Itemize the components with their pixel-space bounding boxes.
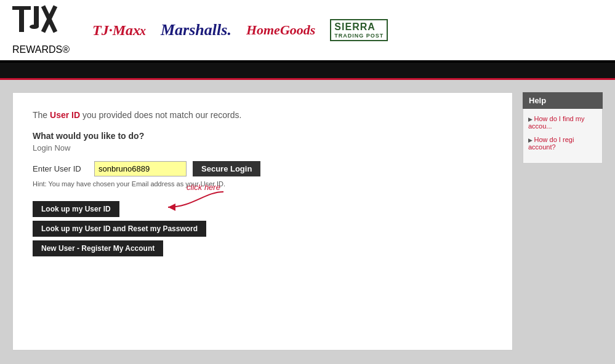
help-body: How do I find my accou... How do I regi … <box>523 109 603 164</box>
main-layout: The User ID you provided does not match … <box>0 80 615 363</box>
error-message: The User ID you provided does not match … <box>33 110 492 120</box>
svg-rect-3 <box>30 25 39 29</box>
help-panel: Help How do I find my accou... How do I … <box>523 92 603 350</box>
header: REWARDS® TJ·Maxx Marshalls. HomeGoods SI… <box>0 0 615 63</box>
click-here-annotation: click here <box>187 183 220 192</box>
what-todo-label: What would you like to do? <box>33 131 492 141</box>
brand-homegoods[interactable]: HomeGoods <box>246 22 315 38</box>
brand-tjmaxx[interactable]: TJ·Maxx <box>92 22 146 39</box>
userid-label: Enter User ID <box>33 164 88 173</box>
hint-text: Hint: You may have chosen your Email add… <box>33 180 492 188</box>
annotation-area: click here Look up my User ID Look up my… <box>33 201 492 256</box>
userid-row: Enter User ID Secure Login <box>33 161 492 176</box>
tjx-logo-text <box>12 5 74 44</box>
secure-login-button[interactable]: Secure Login <box>193 161 260 176</box>
brand-marshalls[interactable]: Marshalls. <box>161 21 231 39</box>
brand-sierra[interactable]: SIERRA TRADING POST <box>330 19 388 41</box>
lookup-reset-button[interactable]: Look up my User ID and Reset my Password <box>33 221 206 237</box>
new-user-button[interactable]: New User - Register My Account <box>33 240 163 256</box>
rewards-text: REWARDS® <box>12 44 70 55</box>
brand-logos: TJ·Maxx Marshalls. HomeGoods SIERRA TRAD… <box>92 19 388 41</box>
arrow-icon <box>156 189 230 213</box>
content-card: The User ID you provided does not match … <box>12 92 513 350</box>
help-link-2[interactable]: How do I regi account? <box>528 136 597 151</box>
svg-rect-1 <box>19 6 24 32</box>
help-header: Help <box>523 92 603 109</box>
login-now-label: Login Now <box>33 143 492 152</box>
user-id-highlight: User ID <box>50 110 80 120</box>
svg-rect-2 <box>34 6 39 27</box>
lookup-userid-button[interactable]: Look up my User ID <box>33 201 119 217</box>
help-link-1[interactable]: How do I find my accou... <box>528 115 597 130</box>
tjx-logo: REWARDS® <box>12 5 74 55</box>
userid-input[interactable] <box>94 161 187 176</box>
black-bar <box>0 63 615 80</box>
